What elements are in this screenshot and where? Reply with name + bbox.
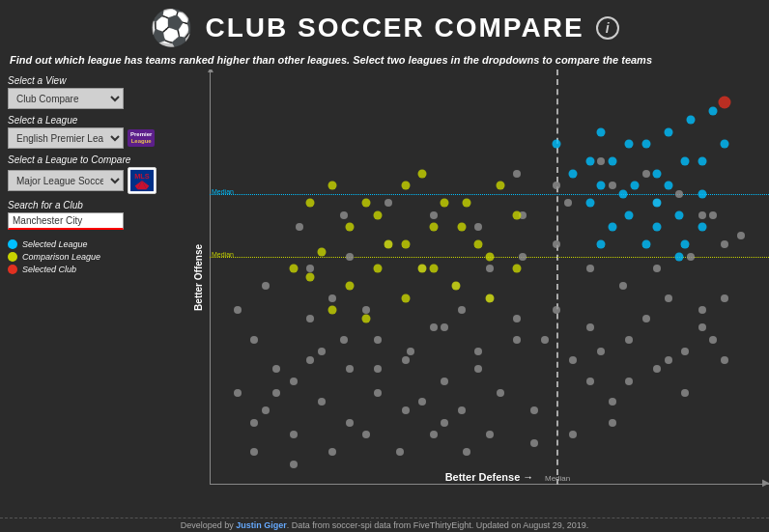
chart-dot — [597, 157, 605, 165]
chart-dot — [664, 127, 672, 136]
chart-dot — [586, 378, 594, 385]
chart-dot — [362, 315, 371, 323]
chart-dot — [441, 378, 448, 385]
chart-dot — [709, 211, 717, 219]
subtitle: Find out which league has teams ranked h… — [0, 52, 769, 70]
chart-dot — [384, 239, 393, 248]
chart-dot — [597, 182, 606, 190]
footer-text: Developed by Justin Giger. Data from soc… — [181, 520, 589, 530]
chart-dot — [451, 281, 460, 290]
chart-dot — [609, 419, 616, 427]
chart-dot — [653, 365, 661, 373]
chart-dot — [513, 336, 521, 344]
search-input[interactable]: Manchester City — [8, 212, 124, 230]
median-v-label: Median — [545, 474, 570, 483]
chart-dot — [346, 419, 354, 427]
chart-dot — [698, 223, 706, 232]
chart-dot — [541, 336, 549, 344]
chart-dot — [608, 223, 616, 232]
chart-dot — [250, 419, 258, 427]
chart-dot — [463, 198, 471, 207]
chart-dot — [328, 306, 337, 315]
chart-dot — [430, 211, 438, 219]
footer: Developed by Justin Giger. Data from soc… — [0, 518, 769, 532]
chart-dot — [306, 198, 315, 207]
chart-dot — [346, 365, 354, 373]
chart-dot — [296, 223, 303, 231]
chart-dot — [262, 406, 270, 414]
v-axis-line — [210, 70, 211, 485]
legend-item-selected: Selected League — [8, 239, 181, 249]
chart-dot — [306, 315, 314, 322]
y-axis-wrapper: Better Offense — [188, 70, 208, 485]
footer-suffix: . Data from soccer-spi data from FiveThi… — [287, 520, 589, 530]
chart-dot — [586, 265, 594, 272]
chart-dot — [430, 323, 438, 331]
h-axis-line — [210, 484, 769, 485]
chart-dot — [641, 239, 650, 248]
chart-dot — [418, 169, 427, 178]
chart-dot — [609, 182, 616, 189]
chart-dot — [619, 282, 627, 290]
chart-dot — [553, 306, 560, 314]
chart-dot — [569, 431, 577, 438]
chart-dot — [290, 461, 298, 468]
chart-dot — [289, 265, 298, 273]
chart-dot — [402, 406, 410, 414]
chart-dot — [642, 315, 650, 322]
chart-area: Better Offense ▶ ▲ Median Median Median … — [188, 70, 769, 514]
chart-dot — [553, 240, 560, 248]
chart-dot — [585, 156, 594, 165]
chart-dot — [317, 248, 326, 257]
chart-dot — [653, 169, 662, 178]
chart-dot — [653, 265, 661, 272]
chart-dot — [625, 210, 634, 219]
premier-league-badge: Premier League — [128, 129, 155, 146]
chart-dot — [384, 199, 392, 207]
league-row: English Premier League Premier League — [8, 127, 181, 149]
chart-dot — [553, 182, 560, 189]
chart-dot — [396, 448, 404, 456]
chart-dot — [709, 336, 717, 344]
chart-dot — [290, 431, 298, 438]
chart-dot — [430, 431, 438, 438]
view-select[interactable]: Club Compare — [8, 88, 124, 109]
chart-dot — [497, 389, 504, 397]
h-median-cyan-line — [210, 194, 769, 195]
chart-dot — [513, 315, 521, 322]
compare-select[interactable]: Major League Soccer — [8, 170, 124, 191]
chart-dot — [586, 323, 594, 331]
league-select[interactable]: English Premier League — [8, 127, 124, 149]
chart-dot — [675, 210, 684, 219]
chart-dot — [374, 336, 382, 344]
chart-dot — [234, 389, 242, 397]
v-median-line — [556, 70, 558, 485]
chart-dot — [234, 306, 242, 314]
y-axis-label: Better Offense — [193, 244, 204, 311]
info-icon[interactable]: i — [596, 16, 619, 40]
chart-dot — [641, 140, 650, 149]
chart-dot — [698, 190, 706, 199]
chart-dot — [457, 223, 466, 232]
chart-dot — [441, 198, 449, 207]
chart-dot — [441, 323, 448, 331]
author-name[interactable]: Justin Giger — [236, 520, 287, 530]
chart-dot — [619, 190, 628, 199]
mls-badge: MLS — [128, 167, 157, 194]
chart-dot — [486, 265, 494, 272]
chart-dot — [519, 253, 527, 261]
chart-dot — [250, 336, 258, 344]
chart-dot — [290, 378, 298, 385]
chart-dot — [721, 240, 728, 248]
chart-dot — [474, 348, 482, 355]
chart-dot — [345, 223, 354, 232]
chart-dot — [609, 398, 616, 406]
chart-dot — [608, 156, 616, 165]
chart-dot — [272, 365, 280, 373]
chart-dot — [721, 294, 728, 302]
chart-dot — [401, 239, 410, 248]
chart-dot — [597, 239, 606, 248]
header: ⚽ CLUB SOCCER COMPARE i — [0, 0, 769, 52]
comparison-league-label: Comparison League — [22, 252, 100, 262]
chart-dot — [474, 223, 482, 231]
